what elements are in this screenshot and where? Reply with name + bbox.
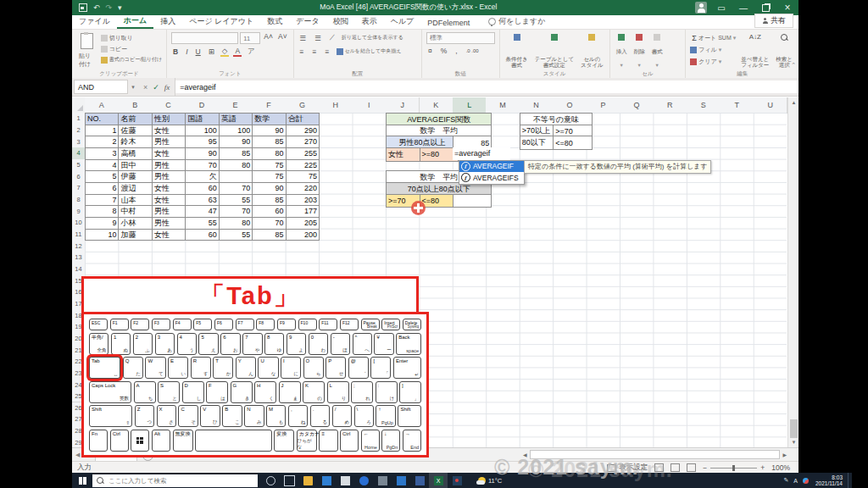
autocomplete-item-AVERAGEIF[interactable]: fAVERAGEIF xyxy=(459,161,524,173)
increase-font-icon[interactable]: A˄ xyxy=(262,32,275,44)
page-layout-view-icon[interactable] xyxy=(670,463,680,472)
orientation-icon[interactable]: ⟋ xyxy=(328,33,337,42)
column-header-S[interactable]: S xyxy=(687,97,721,114)
fill-button[interactable]: フィル▾ xyxy=(690,44,736,55)
table-cell[interactable]: 85 xyxy=(220,148,253,160)
column-header-O[interactable]: O xyxy=(553,97,587,114)
select-all-corner[interactable] xyxy=(72,97,86,114)
table-cell[interactable] xyxy=(220,171,253,183)
borders-icon[interactable]: ⊞ xyxy=(207,47,216,56)
start-button[interactable] xyxy=(72,473,92,488)
table-cell[interactable]: 70 xyxy=(186,160,219,172)
table-cell[interactable]: 55 xyxy=(220,195,253,207)
column-header-Q[interactable]: Q xyxy=(620,97,654,114)
taskbar-search-box[interactable] xyxy=(92,474,258,487)
clear-button[interactable]: クリア▾ xyxy=(690,56,736,67)
lower-empty-cell[interactable] xyxy=(453,194,492,208)
row-header-9[interactable]: 9 xyxy=(72,205,86,218)
row-header-11[interactable]: 11 xyxy=(72,229,86,241)
scroll-right-icon[interactable]: ▶ xyxy=(781,452,788,458)
decrease-font-icon[interactable]: A˅ xyxy=(276,32,289,44)
insert-cells-button[interactable]: 挿入▾ xyxy=(615,32,629,69)
taskbar-icon-app2[interactable] xyxy=(410,473,429,488)
format-painter-button[interactable]: 書式のコピー/貼り付け xyxy=(101,54,162,65)
table-cell[interactable]: 177 xyxy=(287,206,320,218)
column-header-F[interactable]: F xyxy=(252,97,286,114)
column-header-M[interactable]: M xyxy=(486,97,520,114)
table-cell[interactable]: 225 xyxy=(287,160,320,172)
zoom-out-icon[interactable]: − xyxy=(703,463,707,472)
table-cell[interactable]: 60 xyxy=(186,230,219,241)
formula-editing-cell[interactable]: =averageif xyxy=(453,147,510,160)
currency-icon[interactable]: ¤ xyxy=(426,47,434,55)
save-icon[interactable] xyxy=(79,3,87,12)
table-cell[interactable]: 80 xyxy=(220,160,253,172)
cancel-formula-icon[interactable]: × xyxy=(143,83,147,92)
align-middle-icon[interactable]: ☰ xyxy=(313,34,323,42)
table-header-合計[interactable]: 合計 xyxy=(287,114,320,125)
bold-button[interactable]: B xyxy=(171,47,180,56)
taskbar-icon-store[interactable] xyxy=(336,473,354,488)
tell-me-box[interactable]: 何をしますか xyxy=(488,16,545,29)
align-top-icon[interactable]: ☰ xyxy=(298,34,309,42)
ribbon-tab-表示[interactable]: 表示 xyxy=(355,14,384,29)
table-cell[interactable]: 女性 xyxy=(153,183,186,195)
column-header-P[interactable]: P xyxy=(587,97,620,114)
normal-view-icon[interactable] xyxy=(654,463,664,472)
taskbar-search-input[interactable] xyxy=(107,476,253,485)
ribbon-tab-PDFelement[interactable]: PDFelement xyxy=(420,17,476,29)
merge-center-button[interactable]: セルを結合して中央揃え xyxy=(337,46,402,57)
comma-icon[interactable]: , xyxy=(453,47,459,55)
zoom-slider[interactable]: − + xyxy=(703,463,765,472)
ribbon-display-options-button[interactable]: ▭ xyxy=(710,0,732,15)
table-cell[interactable]: 90 xyxy=(253,125,286,137)
table-cell[interactable]: 渡辺 xyxy=(119,183,152,195)
table-cell[interactable]: 男性 xyxy=(153,206,186,218)
taskbar-icon-cortana[interactable] xyxy=(261,473,280,488)
table-cell[interactable]: 205 xyxy=(287,218,320,230)
table-cell[interactable]: 63 xyxy=(186,195,219,207)
column-header-I[interactable]: I xyxy=(353,97,387,114)
table-header-NO.[interactable]: NO. xyxy=(86,114,119,125)
table-cell[interactable]: 47 xyxy=(186,206,219,218)
row-header-12[interactable]: 12 xyxy=(72,240,86,252)
table-cell[interactable]: 220 xyxy=(287,183,320,195)
taskbar-clock[interactable]: 8:03 2021/11/14 xyxy=(815,474,843,487)
qat-customize-icon[interactable]: ▾ xyxy=(118,3,122,12)
table-cell[interactable]: 男性 xyxy=(153,218,186,230)
column-header-U[interactable]: U xyxy=(754,97,787,114)
phonetic-guide-icon[interactable]: ア xyxy=(246,47,257,57)
row-header-6[interactable]: 6 xyxy=(72,170,86,183)
ribbon-tab-ファイル[interactable]: ファイル xyxy=(72,14,117,29)
column-header-J[interactable]: J xyxy=(386,97,420,114)
table-cell[interactable]: 200 xyxy=(287,230,320,241)
table-cell[interactable]: 60 xyxy=(253,206,286,218)
column-header-K[interactable]: K xyxy=(420,97,453,114)
row-header-2[interactable]: 2 xyxy=(72,125,86,137)
sort-filter-button[interactable]: A↓Z並べ替えと フィルター xyxy=(739,32,771,69)
underline-button[interactable]: U xyxy=(194,47,203,56)
table-header-名前[interactable]: 名前 xyxy=(119,114,152,125)
table-cell[interactable]: 鈴木 xyxy=(119,136,152,148)
table-cell[interactable]: 2 xyxy=(86,136,119,148)
format-as-table-button[interactable]: テーブルとして 書式設定 xyxy=(533,32,576,69)
zoom-in-icon[interactable]: + xyxy=(760,463,765,472)
enter-formula-icon[interactable]: ✓ xyxy=(153,83,159,92)
score-table[interactable]: NO.名前性別国語英語数学合計1佐藤女性100100902902鈴木男性9590… xyxy=(85,113,320,241)
ribbon-tab-校閲[interactable]: 校閲 xyxy=(326,14,355,29)
column-header-C[interactable]: C xyxy=(152,97,186,114)
table-cell[interactable]: 加藤 xyxy=(119,230,152,241)
row-header-3[interactable]: 3 xyxy=(72,136,86,148)
autocomplete-item-AVERAGEIFS[interactable]: fAVERAGEIFS xyxy=(459,172,524,184)
taskbar-icon-app1[interactable] xyxy=(373,473,392,488)
cell-styles-button[interactable]: セルの スタイル xyxy=(579,32,605,69)
table-cell[interactable]: 255 xyxy=(287,148,320,160)
table-cell[interactable]: 55 xyxy=(186,218,219,230)
table-cell[interactable]: 5 xyxy=(86,171,119,183)
decimal-icons[interactable]: .0 .00 xyxy=(465,48,481,53)
column-header-R[interactable]: R xyxy=(654,97,687,114)
fill-color-icon[interactable]: ◇ xyxy=(220,47,230,57)
ribbon-tab-数式[interactable]: 数式 xyxy=(260,14,289,29)
table-cell[interactable]: 1 xyxy=(86,125,119,137)
percent-icon[interactable]: % xyxy=(439,47,449,55)
